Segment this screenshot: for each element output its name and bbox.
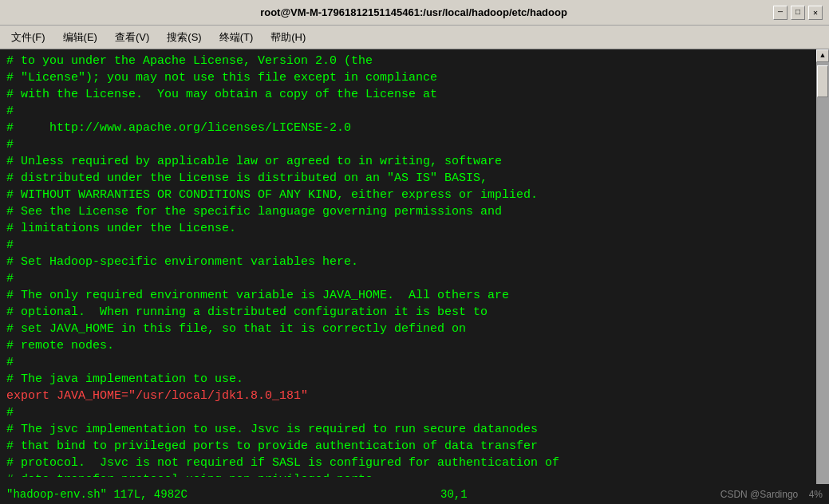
terminal-line: # "License"); you may not use this file … (6, 69, 810, 86)
terminal-line: # protocol. Jsvc is not required if SASL… (6, 455, 810, 471)
scroll-thumb[interactable] (817, 65, 828, 97)
terminal-line: # remote nodes. (6, 337, 810, 354)
terminal-line: # (6, 136, 810, 153)
status-bar: "hadoop-env.sh" 117L, 4982C 30,1 CSDN @S… (0, 484, 829, 504)
terminal-line: export JAVA_HOME="/usr/local/jdk1.8.0_18… (6, 388, 810, 404)
terminal-line: # (6, 354, 810, 371)
menu-file[interactable]: 文件(F) (3, 28, 53, 47)
terminal-line: # limitations under the License. (6, 220, 810, 237)
terminal-line: # The only required environment variable… (6, 287, 810, 304)
window-controls: ─ □ ✕ (773, 6, 823, 20)
terminal-line: # http://www.apache.org/licenses/LICENSE… (6, 120, 810, 136)
status-percentage: 4% (809, 489, 823, 500)
terminal-line: # optional. When running a distributed c… (6, 304, 810, 321)
menu-terminal[interactable]: 终端(T) (211, 28, 262, 47)
terminal-line: # (6, 404, 810, 421)
terminal-line: # set JAVA_HOME in this file, so that it… (6, 321, 810, 337)
status-position: 30,1 (440, 488, 468, 501)
window-title: root@VM-M-17961812151145461:/usr/local/h… (54, 6, 773, 18)
terminal-line: # data transfer protocol using non-privi… (6, 471, 810, 477)
scrollbar[interactable]: ▲ ▼ (816, 49, 829, 504)
terminal-line: # that bind to privileged ports to provi… (6, 438, 810, 455)
scroll-up-button[interactable]: ▲ (816, 49, 829, 62)
menu-search[interactable]: 搜索(S) (159, 28, 209, 47)
close-button[interactable]: ✕ (808, 6, 823, 20)
status-info: CSDN @Sardingo 4% (720, 489, 823, 500)
minimize-button[interactable]: ─ (773, 6, 788, 20)
status-source: CSDN @Sardingo (720, 489, 799, 500)
terminal-line: # distributed under the License is distr… (6, 170, 810, 187)
terminal-line: # with the License. You may obtain a cop… (6, 86, 810, 103)
status-filename: "hadoop-env.sh" 117L, 4982C (6, 488, 188, 501)
terminal-line: # (6, 237, 810, 254)
terminal-line: # (6, 270, 810, 287)
terminal-content: # to you under the Apache License, Versi… (6, 53, 810, 477)
menu-help[interactable]: 帮助(H) (263, 28, 314, 47)
terminal-line: # Set Hadoop-specific environment variab… (6, 254, 810, 270)
terminal-line: # Unless required by applicable law or a… (6, 153, 810, 170)
terminal-line: # (6, 103, 810, 120)
terminal-line: # to you under the Apache License, Versi… (6, 53, 810, 69)
menu-view[interactable]: 查看(V) (107, 28, 157, 47)
terminal-window[interactable]: # to you under the Apache License, Versi… (0, 49, 829, 504)
menu-bar: 文件(F) 编辑(E) 查看(V) 搜索(S) 终端(T) 帮助(H) (0, 26, 829, 49)
terminal-line: # See the License for the specific langu… (6, 203, 810, 220)
maximize-button[interactable]: □ (791, 6, 805, 20)
terminal-line: # WITHOUT WARRANTIES OR CONDITIONS OF AN… (6, 187, 810, 203)
title-bar: root@VM-M-17961812151145461:/usr/local/h… (0, 0, 829, 26)
terminal-line: # The jsvc implementation to use. Jsvc i… (6, 421, 810, 438)
menu-edit[interactable]: 编辑(E) (55, 28, 105, 47)
terminal-line: # The java implementation to use. (6, 371, 810, 388)
scroll-track[interactable] (816, 62, 829, 491)
